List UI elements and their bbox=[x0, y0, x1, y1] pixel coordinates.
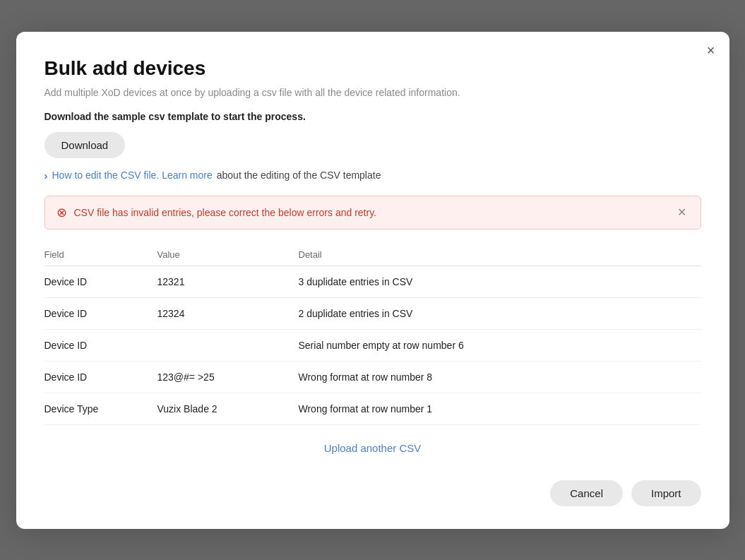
bulk-add-modal: × Bulk add devices Add multiple XoD devi… bbox=[16, 32, 729, 529]
table-cell-value: 12321 bbox=[157, 266, 299, 297]
table-cell-value: 12324 bbox=[157, 297, 299, 329]
error-message: CSV file has invalid entries, please cor… bbox=[74, 207, 667, 218]
table-cell-field: Device ID bbox=[44, 297, 157, 329]
table-cell-value: Vuzix Blade 2 bbox=[157, 393, 299, 424]
table-cell-field: Device ID bbox=[44, 361, 157, 393]
error-close-button[interactable]: ✕ bbox=[674, 205, 689, 219]
table-row: Device ID123213 duplidate entries in CSV bbox=[44, 266, 701, 297]
modal-overlay: × Bulk add devices Add multiple XoD devi… bbox=[0, 0, 745, 560]
table-cell-detail: Serial number empty at row number 6 bbox=[299, 329, 701, 361]
modal-close-button[interactable]: × bbox=[707, 43, 715, 57]
modal-subtitle: Add multiple XoD devices at once by uplo… bbox=[44, 87, 701, 98]
table-cell-detail: Wrong format at row number 1 bbox=[299, 393, 701, 424]
col-header-detail: Detail bbox=[299, 244, 701, 266]
table-row: Device ID123@#= >25Wrong format at row n… bbox=[44, 361, 701, 393]
chevron-icon: › bbox=[44, 169, 48, 181]
instruction-text: Download the sample csv template to star… bbox=[44, 111, 701, 122]
upload-another-csv-link[interactable]: Upload another CSV bbox=[324, 442, 422, 454]
col-header-value: Value bbox=[157, 244, 299, 266]
learn-more-suffix: about the editing of the CSV template bbox=[217, 169, 381, 181]
table-row: Device TypeVuzix Blade 2Wrong format at … bbox=[44, 393, 701, 424]
table-row: Device IDSerial number empty at row numb… bbox=[44, 329, 701, 361]
cancel-button[interactable]: Cancel bbox=[550, 480, 623, 506]
table-cell-value bbox=[157, 329, 299, 361]
table-cell-detail: 3 duplidate entries in CSV bbox=[299, 266, 701, 297]
learn-more-link[interactable]: How to edit the CSV file. Learn more bbox=[52, 169, 213, 181]
error-banner: ⊗ CSV file has invalid entries, please c… bbox=[44, 196, 701, 230]
learn-more-row: › How to edit the CSV file. Learn more a… bbox=[44, 169, 701, 181]
download-button[interactable]: Download bbox=[44, 132, 126, 158]
col-header-field: Field bbox=[44, 244, 157, 266]
error-table: Field Value Detail Device ID123213 dupli… bbox=[44, 244, 701, 425]
import-button[interactable]: Import bbox=[631, 480, 701, 506]
error-circle-icon: ⊗ bbox=[56, 205, 67, 220]
table-row: Device ID123242 duplidate entries in CSV bbox=[44, 297, 701, 329]
modal-footer: Cancel Import bbox=[44, 469, 701, 506]
table-cell-field: Device Type bbox=[44, 393, 157, 424]
table-cell-detail: Wrong format at row number 8 bbox=[299, 361, 701, 393]
table-cell-field: Device ID bbox=[44, 329, 157, 361]
table-cell-value: 123@#= >25 bbox=[157, 361, 299, 393]
table-header-row: Field Value Detail bbox=[44, 244, 701, 266]
modal-title: Bulk add devices bbox=[44, 57, 701, 80]
table-cell-field: Device ID bbox=[44, 266, 157, 297]
table-cell-detail: 2 duplidate entries in CSV bbox=[299, 297, 701, 329]
upload-link-row: Upload another CSV bbox=[44, 442, 701, 455]
